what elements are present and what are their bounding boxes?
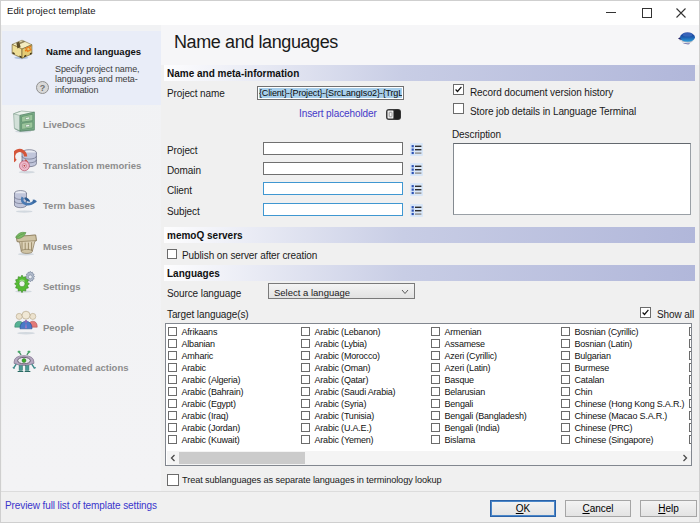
svg-text:?: ?: [40, 83, 46, 93]
